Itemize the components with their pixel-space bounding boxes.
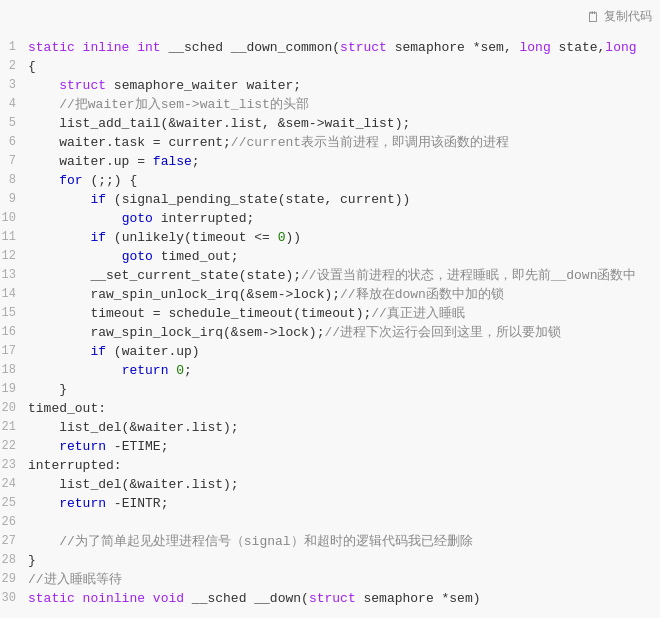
line-number: 26 xyxy=(0,513,28,532)
line-content: timed_out: xyxy=(28,399,106,418)
line-content: goto interrupted; xyxy=(28,209,254,228)
code-line: 2{ xyxy=(0,57,660,76)
code-line: 8 for (;;) { xyxy=(0,171,660,190)
line-number: 18 xyxy=(0,361,28,380)
line-number: 17 xyxy=(0,342,28,361)
line-content: raw_spin_lock_irq(&sem->lock);//进程下次运行会回… xyxy=(28,323,561,342)
copy-button[interactable]: 🗒 复制代码 xyxy=(586,8,652,25)
line-number: 25 xyxy=(0,494,28,513)
code-line: 12 goto timed_out; xyxy=(0,247,660,266)
line-number: 11 xyxy=(0,228,28,247)
code-line: 29//进入睡眠等待 xyxy=(0,570,660,589)
line-content: list_del(&waiter.list); xyxy=(28,475,239,494)
line-number: 22 xyxy=(0,437,28,456)
line-content: return 0; xyxy=(28,361,192,380)
code-line: 23interrupted: xyxy=(0,456,660,475)
code-line: 19 } xyxy=(0,380,660,399)
line-content: raw_spin_unlock_irq(&sem->lock);//释放在dow… xyxy=(28,285,504,304)
line-content: if (unlikely(timeout <= 0)) xyxy=(28,228,301,247)
code-line: 27 //为了简单起见处理进程信号（signal）和超时的逻辑代码我已经删除 xyxy=(0,532,660,551)
line-number: 29 xyxy=(0,570,28,589)
line-content: return -ETIME; xyxy=(28,437,168,456)
code-line: 22 return -ETIME; xyxy=(0,437,660,456)
line-content: waiter.task = current;//current表示当前进程，即调… xyxy=(28,133,509,152)
line-content: } xyxy=(28,551,36,570)
line-number: 5 xyxy=(0,114,28,133)
line-content: __set_current_state(state);//设置当前进程的状态，进… xyxy=(28,266,636,285)
code-line: 11 if (unlikely(timeout <= 0)) xyxy=(0,228,660,247)
code-line: 28} xyxy=(0,551,660,570)
copy-button-label: 复制代码 xyxy=(604,8,652,25)
line-number: 8 xyxy=(0,171,28,190)
line-content: list_add_tail(&waiter.list, &sem->wait_l… xyxy=(28,114,410,133)
line-content: } xyxy=(28,380,67,399)
line-content: goto timed_out; xyxy=(28,247,239,266)
line-number: 13 xyxy=(0,266,28,285)
code-line: 26 xyxy=(0,513,660,532)
code-line: 18 return 0; xyxy=(0,361,660,380)
code-line: 13 __set_current_state(state);//设置当前进程的状… xyxy=(0,266,660,285)
code-block: 1static inline int __sched __down_common… xyxy=(0,0,660,618)
line-number: 28 xyxy=(0,551,28,570)
code-line: 24 list_del(&waiter.list); xyxy=(0,475,660,494)
line-content: struct semaphore_waiter waiter; xyxy=(28,76,301,95)
line-number: 3 xyxy=(0,76,28,95)
code-line: 4 //把waiter加入sem->wait_list的头部 xyxy=(0,95,660,114)
line-number: 4 xyxy=(0,95,28,114)
line-number: 6 xyxy=(0,133,28,152)
code-line: 10 goto interrupted; xyxy=(0,209,660,228)
code-line: 14 raw_spin_unlock_irq(&sem->lock);//释放在… xyxy=(0,285,660,304)
line-number: 15 xyxy=(0,304,28,323)
line-content: //进入睡眠等待 xyxy=(28,570,122,589)
line-content: list_del(&waiter.list); xyxy=(28,418,239,437)
line-content: if (waiter.up) xyxy=(28,342,200,361)
line-content: static inline int __sched __down_common(… xyxy=(28,38,637,57)
code-line: 7 waiter.up = false; xyxy=(0,152,660,171)
line-content: //把waiter加入sem->wait_list的头部 xyxy=(28,95,309,114)
copy-icon: 🗒 xyxy=(586,9,600,25)
line-content: return -EINTR; xyxy=(28,494,168,513)
line-number: 14 xyxy=(0,285,28,304)
line-content: { xyxy=(28,57,36,76)
line-number: 20 xyxy=(0,399,28,418)
line-number: 1 xyxy=(0,38,28,57)
line-number: 24 xyxy=(0,475,28,494)
code-line: 5 list_add_tail(&waiter.list, &sem->wait… xyxy=(0,114,660,133)
line-content: //为了简单起见处理进程信号（signal）和超时的逻辑代码我已经删除 xyxy=(28,532,473,551)
code-line: 9 if (signal_pending_state(state, curren… xyxy=(0,190,660,209)
code-container: 🗒 复制代码 1static inline int __sched __down… xyxy=(0,0,660,618)
line-content: static noinline void __sched __down(stru… xyxy=(28,589,481,608)
code-line: 1static inline int __sched __down_common… xyxy=(0,38,660,57)
line-number: 19 xyxy=(0,380,28,399)
code-line: 30static noinline void __sched __down(st… xyxy=(0,589,660,608)
line-number: 30 xyxy=(0,589,28,608)
code-line: 6 waiter.task = current;//current表示当前进程，… xyxy=(0,133,660,152)
line-number: 2 xyxy=(0,57,28,76)
line-content: waiter.up = false; xyxy=(28,152,200,171)
line-number: 9 xyxy=(0,190,28,209)
code-line: 15 timeout = schedule_timeout(timeout);/… xyxy=(0,304,660,323)
line-number: 16 xyxy=(0,323,28,342)
code-line: 25 return -EINTR; xyxy=(0,494,660,513)
line-number: 7 xyxy=(0,152,28,171)
line-number: 21 xyxy=(0,418,28,437)
line-number: 27 xyxy=(0,532,28,551)
line-content: timeout = schedule_timeout(timeout);//真正… xyxy=(28,304,465,323)
code-line: 20timed_out: xyxy=(0,399,660,418)
code-line: 17 if (waiter.up) xyxy=(0,342,660,361)
code-line: 21 list_del(&waiter.list); xyxy=(0,418,660,437)
line-number: 10 xyxy=(0,209,28,228)
line-content: if (signal_pending_state(state, current)… xyxy=(28,190,410,209)
line-content: for (;;) { xyxy=(28,171,137,190)
code-line: 16 raw_spin_lock_irq(&sem->lock);//进程下次运… xyxy=(0,323,660,342)
code-line: 3 struct semaphore_waiter waiter; xyxy=(0,76,660,95)
line-number: 23 xyxy=(0,456,28,475)
line-content: interrupted: xyxy=(28,456,122,475)
line-number: 12 xyxy=(0,247,28,266)
